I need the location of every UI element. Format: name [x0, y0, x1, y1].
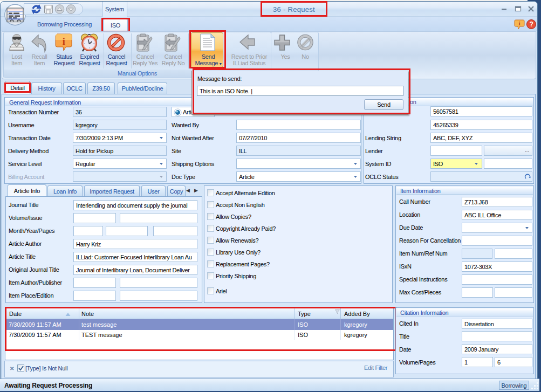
- svg-text:i: i: [519, 20, 521, 26]
- svg-text:?: ?: [529, 20, 533, 28]
- svg-text:i: i: [63, 36, 65, 47]
